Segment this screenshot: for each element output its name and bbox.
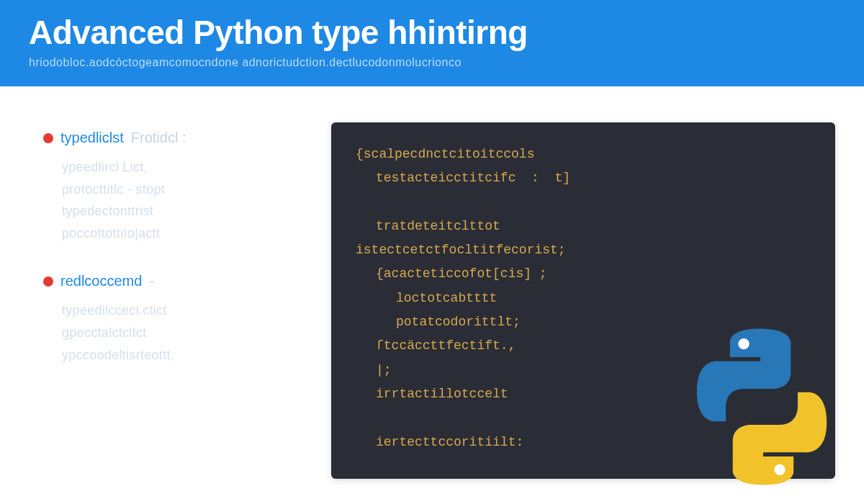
- bullet-column: typedliclst Frotidcl : ypeedlircl Lict, …: [43, 122, 302, 479]
- svg-point-1: [774, 464, 785, 475]
- bullet-lines: ypeedlircl Lict, protocttitlc - stopt ty…: [43, 156, 302, 244]
- code-line: [356, 191, 811, 215]
- python-logo-icon: [675, 320, 848, 493]
- bullet-group: redlcoccemd - typeedilccecl.ctict gpecct…: [43, 273, 302, 366]
- slide-title: Advanced Python type hhintirng: [29, 13, 835, 52]
- bullet-line: typedectonttrist: [62, 200, 302, 222]
- bullet-header: redlcoccemd -: [43, 273, 302, 289]
- bullet-line: ypeedlircl Lict,: [62, 156, 302, 179]
- bullet-line: gpecctalctcltct: [62, 322, 302, 344]
- bullet-suffix: Frotidcl :: [131, 130, 186, 146]
- code-line: loctotcabtttt: [356, 287, 811, 310]
- code-line: tratdeteitclttot: [356, 215, 811, 238]
- slide-content: typedliclst Frotidcl : ypeedlircl Lict, …: [0, 86, 864, 500]
- bullet-lines: typeedilccecl.ctict gpecctalctcltct ypcc…: [43, 300, 302, 366]
- bullet-group: typedliclst Frotidcl : ypeedlircl Lict, …: [43, 130, 302, 244]
- bullet-term: typedliclst: [60, 130, 124, 146]
- code-line: testacteicctitcifc : t]: [356, 166, 811, 190]
- bullet-line: ypccoodeltisrteottt.: [62, 344, 302, 366]
- bullet-dot-icon: [43, 133, 53, 143]
- code-column: {scalpecdnctcitoitccolstestacteicctitcif…: [331, 122, 835, 479]
- code-line: istectcetctfocltitfecorist;: [356, 238, 811, 262]
- bullet-line: poccottottıio|actt: [62, 222, 302, 245]
- bullet-suffix: -: [149, 273, 154, 289]
- slide-header: Advanced Python type hhintirng hriodoblo…: [0, 0, 864, 86]
- bullet-header: typedliclst Frotidcl :: [43, 130, 302, 146]
- bullet-dot-icon: [43, 276, 53, 287]
- bullet-term: redlcoccemd: [60, 273, 142, 289]
- code-line: {acacteticcofot[cis] ;: [356, 262, 811, 286]
- svg-point-0: [738, 338, 749, 349]
- code-line: {scalpecdnctcitoitccols: [356, 143, 811, 166]
- bullet-line: protocttitlc - stopt: [62, 179, 302, 201]
- slide-subtitle: hriodobloc.aodcóctogeamcomocndone adnori…: [29, 56, 835, 69]
- bullet-line: typeedilccecl.ctict: [62, 300, 302, 322]
